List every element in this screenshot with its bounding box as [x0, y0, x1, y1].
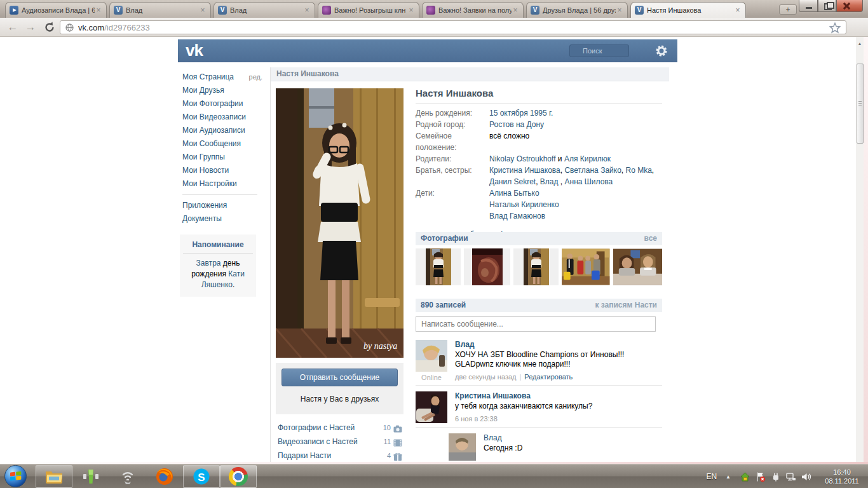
tab-close-icon[interactable] — [407, 6, 415, 14]
photos-all-link[interactable]: все — [644, 232, 657, 245]
browser-tab[interactable]: Друзья Влада | 56 друз — [526, 2, 628, 18]
sidebar-item[interactable]: Документы — [182, 212, 261, 226]
tab-close-icon[interactable] — [512, 6, 519, 14]
sidebar-item[interactable]: Моя Страницаред. — [182, 71, 261, 84]
photo-thumb-group[interactable] — [562, 248, 609, 285]
reminder-text: Завтра день рождения Кати Ляшенко. — [183, 258, 253, 290]
info-link[interactable]: Алина Бытько — [489, 189, 539, 198]
explorer-taskbar-button[interactable] — [36, 465, 72, 488]
info-link[interactable]: Данил Sekret — [489, 177, 536, 186]
photo-thumb-friends[interactable] — [613, 248, 662, 285]
sidebar-item[interactable]: Мои Настройки — [182, 177, 261, 191]
browser-tab[interactable]: Влад — [214, 2, 315, 18]
post-author-link[interactable]: Влад — [455, 340, 662, 349]
info-link[interactable]: Nikolay Ostroukhoff — [489, 154, 556, 163]
info-link[interactable]: Анна Шилова — [565, 177, 613, 186]
info-link[interactable]: Ro Mka — [626, 166, 652, 175]
browser-tab[interactable]: Настя Иншакова — [630, 2, 746, 18]
info-link[interactable]: Светлана Зайко — [564, 166, 621, 175]
info-link[interactable]: Наталья Кириленко — [489, 200, 559, 209]
vlad-avatar[interactable] — [416, 340, 447, 372]
bookmark-star-icon[interactable] — [829, 22, 841, 34]
edit-post-link[interactable]: Редактировать — [524, 373, 573, 381]
back-icon[interactable]: ← — [5, 20, 20, 35]
scrollbar-up-icon[interactable]: ▲ — [856, 39, 864, 48]
sidebar-item-label: Мои Новости — [182, 166, 229, 175]
photo-thumb-girl2[interactable] — [513, 248, 559, 285]
info-link[interactable]: 15 октября 1995 г. — [489, 109, 553, 118]
qip-taskbar-button[interactable] — [72, 465, 109, 488]
gear-icon[interactable] — [656, 45, 667, 57]
sidebar-item[interactable]: Мои Аудиозаписи — [182, 124, 261, 137]
power-plug-icon[interactable] — [770, 471, 781, 482]
photo-thumb-girl[interactable] — [416, 248, 461, 285]
sidebar-item[interactable]: Мои Друзья — [182, 84, 261, 97]
firefox-taskbar-button[interactable] — [146, 465, 183, 488]
reminder-link[interactable]: Завтра — [196, 259, 221, 268]
language-indicator[interactable]: EN — [706, 472, 717, 481]
vlad-small-avatar[interactable] — [449, 433, 476, 461]
volume-icon[interactable] — [801, 471, 811, 482]
antivirus-icon[interactable] — [740, 471, 750, 482]
info-link[interactable]: Влад — [540, 177, 559, 186]
search-input[interactable] — [569, 44, 629, 57]
tab-title: Аудиозаписи Влада | 6 — [22, 6, 95, 14]
counter-label[interactable]: Подарки Насти — [278, 451, 387, 460]
send-message-button[interactable]: Отправить сообщение — [281, 369, 398, 386]
sidebar-item[interactable]: Мои Видеозаписи — [182, 111, 261, 124]
kristina-avatar[interactable] — [416, 391, 447, 423]
post-author-link[interactable]: Кристина Иншакова — [455, 391, 662, 400]
breadcrumb: Настя Иншакова — [271, 67, 669, 81]
post-author-link[interactable]: Влад — [484, 433, 662, 442]
wall-posts: OnlineВладХОЧУ НА ЗБТ Bloodline Champion… — [416, 340, 662, 461]
maximize-button[interactable] — [818, 0, 836, 12]
counter-row[interactable]: Фотографии с Настей10 — [278, 421, 402, 435]
info-link[interactable]: Кристина Иншакова — [489, 166, 560, 175]
info-link[interactable]: Аля Кирилюк — [564, 154, 611, 163]
browser-tab[interactable]: Важно! Заявки на полу — [422, 2, 524, 18]
counter-row[interactable]: Подарки Насти4 — [278, 449, 402, 462]
forward-icon[interactable]: → — [23, 20, 38, 35]
vk-logo[interactable]: vk — [186, 41, 203, 60]
close-button[interactable] — [836, 0, 863, 12]
browser-tab[interactable]: Важно! Розыгрыш клн — [318, 2, 419, 18]
sidebar-item[interactable]: Мои Группы — [182, 151, 261, 164]
photo-thumb-dark[interactable] — [464, 248, 510, 285]
scrollbar-thumb[interactable] — [857, 64, 864, 144]
counter-row[interactable]: Видеозаписи с Настей11 — [278, 435, 402, 449]
network-icon[interactable] — [785, 471, 796, 482]
sidebar-item[interactable]: Мои Фотографии — [182, 97, 261, 111]
skype-taskbar-button[interactable]: S — [183, 465, 220, 488]
page-scrollbar[interactable]: ▲ — [856, 37, 864, 462]
tab-close-icon[interactable] — [734, 6, 742, 14]
wall-message-input[interactable] — [416, 316, 656, 332]
sidebar-item[interactable]: Мои Сообщения — [182, 137, 261, 151]
taskbar-clock[interactable]: 16:40 08.11.2011 — [820, 468, 864, 485]
info-link[interactable]: Ростов на Дону — [489, 120, 544, 129]
profile-photo[interactable]: by nastya — [276, 88, 403, 358]
minimize-button[interactable] — [799, 0, 818, 12]
action-center-flag-icon[interactable] — [755, 471, 766, 482]
browser-tab[interactable]: Влад — [109, 2, 211, 18]
tab-close-icon[interactable] — [303, 6, 311, 14]
sidebar-item[interactable]: Приложения — [182, 199, 261, 212]
new-tab-button[interactable] — [779, 4, 797, 15]
edit-link[interactable]: ред. — [249, 71, 262, 84]
counter-label[interactable]: Видеозаписи с Настей — [278, 437, 384, 446]
address-bar[interactable]: vk.com/id29766233 — [60, 20, 846, 34]
wall-to-posts-link[interactable]: к записям Насти — [595, 299, 657, 312]
chrome-taskbar-button[interactable] — [220, 465, 257, 488]
tab-close-icon[interactable] — [199, 6, 207, 14]
sidebar-item[interactable]: Мои Новости — [182, 164, 261, 177]
tab-close-icon[interactable] — [95, 6, 102, 14]
post-text: ХОЧУ НА ЗБТ Bloodline Champions от Иннов… — [455, 350, 662, 369]
browser-tab[interactable]: Аудиозаписи Влада | 6 — [5, 2, 107, 18]
reload-icon[interactable] — [43, 21, 56, 34]
connectify-taskbar-button[interactable] — [109, 465, 146, 488]
info-link[interactable]: Влад Гамаюнов — [489, 212, 545, 220]
start-button[interactable] — [4, 465, 27, 487]
taskbar-apps: S — [36, 465, 257, 488]
tab-close-icon[interactable] — [616, 6, 623, 14]
hidden-icons-icon[interactable]: ▲ — [726, 474, 731, 480]
counter-label[interactable]: Фотографии с Настей — [278, 423, 383, 432]
